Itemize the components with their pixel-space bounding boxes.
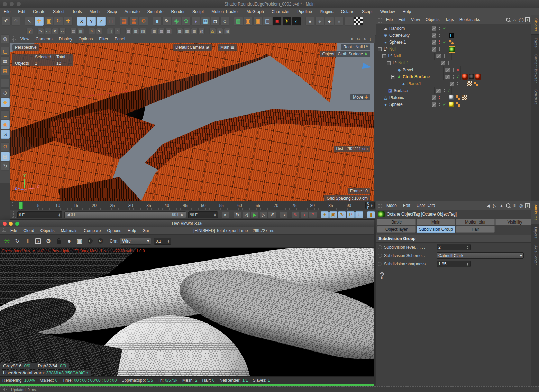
panel-tab[interactable]: Objects — [531, 15, 539, 35]
lv-settings-gear-button[interactable]: ⚙ — [44, 237, 53, 246]
floor-object-menu[interactable]: ▦ — [201, 17, 210, 26]
visibility-dots[interactable] — [447, 60, 451, 66]
viewport-menu-item[interactable]: Options — [75, 37, 96, 42]
ghost-cube-tool[interactable]: ▢ — [107, 28, 113, 34]
frame-window-tool[interactable]: ▤ — [70, 28, 77, 34]
panel-tab[interactable]: Takes — [531, 35, 539, 51]
object-name[interactable]: OctaneSky — [389, 33, 410, 38]
last-used-tool[interactable]: ✚ — [64, 17, 73, 26]
layer-toggle[interactable] — [443, 66, 451, 73]
lv-menu-item[interactable]: Help — [125, 228, 139, 233]
object-row[interactable]: ▲ Plane.1 — [376, 80, 531, 87]
enable-state-icon[interactable]: ✓ — [455, 74, 460, 79]
array-grid-3[interactable]: ▦ — [151, 28, 157, 34]
menu-item[interactable]: Sculpt — [189, 9, 208, 14]
om-home-icon[interactable]: ⌂ — [512, 17, 518, 23]
play-loop-button[interactable]: ↺ — [268, 211, 276, 218]
expand-toggle-icon[interactable] — [387, 61, 391, 65]
layer-toggle[interactable] — [434, 53, 442, 60]
lv-menu-item[interactable]: Compare — [81, 228, 104, 233]
save-incremental-button[interactable]: ▣ — [244, 17, 253, 26]
lv-menu-item[interactable]: Objects — [37, 228, 58, 233]
x-axis-lock[interactable]: X — [77, 17, 86, 26]
enable-state-icon[interactable]: ✓ — [446, 88, 451, 93]
array-grid-2[interactable]: ▦ — [133, 28, 139, 34]
array-grid-s1[interactable]: ▦ — [176, 28, 183, 34]
octane-logo-button[interactable]: ✳ — [2, 237, 11, 246]
attr-menu-item[interactable]: Edit — [400, 203, 413, 208]
stage-object-button[interactable]: ▮ — [344, 17, 353, 26]
object-name[interactable]: Random — [389, 26, 405, 31]
points-mode[interactable]: ∷ — [1, 79, 10, 88]
current-frame-field[interactable]: 0 F▲▼ — [365, 202, 375, 209]
attr-add-panel-icon[interactable]: + — [525, 203, 530, 208]
menu-item[interactable]: Simulate — [144, 9, 167, 14]
rotate-view-icon[interactable]: ↻ — [362, 37, 368, 42]
menu-item[interactable]: Motion Tracker — [208, 9, 243, 14]
start-frame-field[interactable]: 0 F▲▼ — [17, 211, 62, 218]
timeline-ticks[interactable]: 0 5 10 15 20 25 30 35 40 45 50 55 — [14, 201, 365, 210]
om-menu-item[interactable]: Edit — [395, 17, 408, 22]
octane-tag[interactable] — [449, 33, 454, 38]
render-settings-button[interactable]: ⚙ — [139, 17, 148, 26]
material-sphere-4[interactable]: ● — [335, 17, 344, 26]
visibility-dots[interactable] — [438, 46, 442, 53]
om-menu-item[interactable]: Bookmarks — [457, 17, 483, 22]
polygons-mode[interactable]: ◆ — [1, 98, 10, 107]
menu-item[interactable]: Window — [376, 9, 399, 14]
zoom-view-icon[interactable]: ⊙ — [356, 37, 361, 42]
menu-item[interactable]: Character — [268, 9, 294, 14]
live-viewer-titlebar[interactable]: Live Viewer 3.06 — [0, 220, 374, 227]
object-row[interactable]: ☁ Random ✓ — [376, 25, 531, 32]
om-menu-item[interactable]: File — [383, 17, 395, 22]
viewport-menu-item[interactable]: View — [17, 37, 33, 42]
menu-item[interactable]: Tools — [68, 9, 85, 14]
object-row[interactable]: ◆ Bevel ✕ — [376, 66, 531, 73]
object-name[interactable]: Sphere.1 — [389, 40, 406, 45]
phong-tag[interactable] — [455, 102, 461, 107]
visibility-dots[interactable] — [438, 94, 442, 101]
loop-play-button[interactable]: ↻ — [234, 211, 241, 218]
record-help-button[interactable]: ? — [309, 211, 317, 218]
key-parameter-button[interactable]: P — [347, 211, 355, 218]
mat-red2-tag[interactable] — [475, 74, 481, 80]
rotate-tool[interactable]: ↻ — [54, 17, 63, 26]
pick-selection-tool[interactable]: ↖ — [37, 28, 44, 34]
undo-button[interactable]: ↶ — [2, 17, 11, 26]
menu-item[interactable]: Mesh — [85, 9, 103, 14]
enable-state-icon[interactable]: ✓ — [442, 40, 447, 45]
frame-h-tool[interactable]: ▥ — [77, 28, 84, 34]
octane-render-view[interactable]: Check 0ms /2ms, MeshGen 12ms, Update[G]:… — [0, 248, 374, 376]
timeline-ruler[interactable]: 0 5 10 15 20 25 30 35 40 45 50 55 — [10, 201, 375, 210]
projection-label[interactable]: Perspective — [12, 44, 39, 51]
material-sphere-2[interactable]: ● — [315, 17, 324, 26]
panel-tab[interactable]: Structure — [531, 86, 539, 108]
array-grid-4[interactable]: ▦ — [158, 28, 165, 34]
om-menu-item[interactable]: Objects — [423, 17, 442, 22]
object-name[interactable]: Sphere — [389, 102, 403, 107]
layer-toggle[interactable] — [430, 101, 438, 108]
object-name[interactable]: Platonic — [389, 95, 404, 100]
visibility-dots[interactable] — [451, 73, 455, 80]
lv-menu-grip[interactable] — [2, 228, 6, 233]
attr-lock-icon[interactable]: ⚿ — [512, 203, 518, 209]
attr-tab[interactable]: Object layer — [377, 226, 416, 233]
keyframe-selection-button[interactable]: ▮ — [367, 211, 375, 218]
goto-start-button[interactable]: ⇤ — [222, 211, 230, 218]
objtag-sel-tag[interactable] — [449, 46, 455, 53]
pan-view-icon[interactable]: ✚ — [349, 37, 355, 42]
menu-item[interactable]: Render — [167, 9, 189, 14]
rect-selection-tool[interactable]: ▭ — [45, 28, 51, 34]
mat-red-tag[interactable] — [462, 74, 468, 80]
channel-step-field[interactable]: 0.1▲▼ — [154, 238, 171, 245]
compositing-button[interactable] — [354, 17, 363, 26]
camera-selector[interactable]: Default Camera ◉ — [173, 44, 212, 51]
autokey-record-button[interactable]: ✎ — [292, 211, 300, 218]
key-rotation-button[interactable]: ↻ — [338, 211, 346, 218]
visibility-dots[interactable] — [438, 39, 442, 46]
octane-settings-button[interactable]: ☀ — [282, 17, 291, 26]
pen-orange-tool[interactable]: ✎ — [89, 28, 95, 34]
object-row[interactable]: ◪ Surface ✓ — [376, 87, 531, 94]
lv-menu-item[interactable]: Cloud — [20, 228, 37, 233]
menu-item[interactable]: Script — [358, 9, 376, 14]
